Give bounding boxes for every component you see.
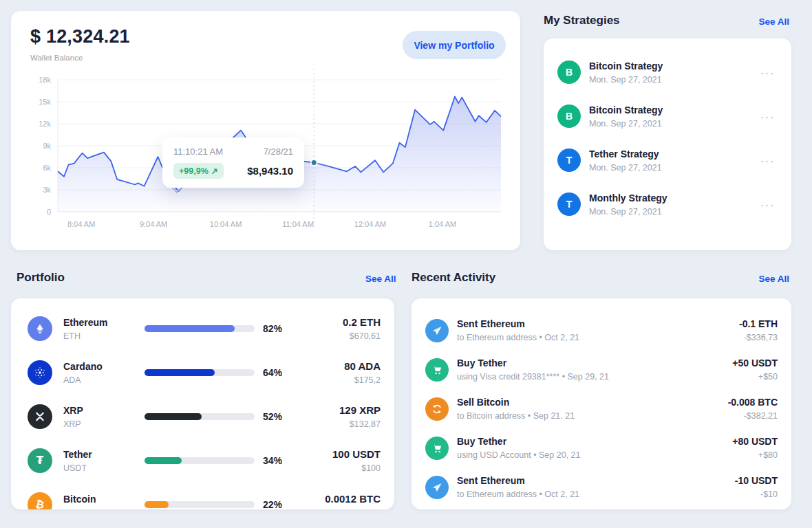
asset-name: Ethereum: [63, 317, 125, 328]
view-portfolio-button[interactable]: View my Portfolio: [403, 31, 506, 59]
y-tick-label: 18k: [39, 76, 51, 84]
activity-item-subtitle: to Ethereum address • Oct 2, 21: [457, 333, 579, 342]
y-tick-label: 9k: [43, 142, 51, 150]
strategies-card: B Bitcoin Strategy Mon. Sep 27, 2021 ···…: [544, 38, 791, 250]
progress-track: [145, 413, 255, 420]
y-tick-label: 3k: [43, 186, 51, 194]
activity-usd: +$80: [732, 450, 778, 460]
activity-row[interactable]: Sell Bitcoin to Bitcoin address • Sep 21…: [412, 389, 791, 428]
strategy-row[interactable]: B Bitcoin Strategy Mon. Sep 27, 2021 ···: [544, 94, 791, 138]
y-tick-label: 6k: [43, 164, 51, 172]
asset-usd-value: [325, 508, 381, 509]
asset-usd-value: $100: [332, 463, 381, 473]
strategy-name: Bitcoin Strategy: [589, 60, 760, 72]
asset-percent: 34%: [263, 455, 282, 466]
tether-icon: ₮: [28, 448, 52, 473]
progress-fill: [145, 325, 235, 332]
strategy-date: Mon. Sep 27, 2021: [589, 163, 760, 173]
send-icon: [425, 319, 449, 342]
change-badge: +99,9% ↗: [173, 163, 224, 179]
marker-dot: [311, 160, 317, 166]
portfolio-row[interactable]: Cardano ADA 64% 80 ADA $175,2: [11, 351, 394, 395]
asset-percent: 64%: [263, 367, 282, 378]
strategy-row[interactable]: B Bitcoin Strategy Mon. Sep 27, 2021 ···: [544, 50, 791, 94]
activity-card: Sent Ethereum to Ethereum address • Oct …: [412, 298, 791, 509]
progress-track: [145, 325, 255, 332]
x-tick-label: 11:04 AM: [282, 220, 314, 228]
activity-item-title: Buy Tether: [457, 436, 581, 447]
portfolio-title: Portfolio: [17, 271, 65, 285]
asset-usd-value: $132,87: [339, 419, 381, 429]
activity-item-subtitle: using USD Account • Sep 20, 21: [457, 450, 581, 460]
strategy-name: Bitcoin Strategy: [589, 104, 760, 116]
portfolio-card: Ethereum ETH 82% 0.2 ETH $670,61: [11, 298, 394, 509]
strategy-name: Monthly Strategy: [589, 192, 760, 204]
change-value: +99,9%: [179, 166, 209, 176]
asset-ticker: XRP: [63, 419, 125, 429]
activity-item-title: Sent Ethereum: [457, 318, 579, 329]
x-tick-label: 1:04 AM: [429, 220, 456, 228]
activity-row[interactable]: Buy Tether using Visa credit 29381**** •…: [412, 350, 791, 389]
asset-name: Bitcoin: [63, 494, 125, 505]
wallet-balance-card: $ 12,324.21 Wallet Balance View my Portf…: [11, 11, 520, 250]
more-options-icon[interactable]: ···: [760, 109, 775, 124]
activity-title: Recent Activity: [412, 271, 495, 285]
cardano-icon: [28, 360, 52, 385]
strategy-date: Mon. Sep 27, 2021: [589, 75, 760, 85]
activity-item-title: Sent Ethereum: [457, 475, 579, 486]
more-options-icon[interactable]: ···: [760, 197, 775, 212]
monthly-strategy-avatar: T: [557, 192, 581, 216]
y-tick-label: 12k: [39, 120, 51, 128]
activity-row[interactable]: Buy Tether using USD Account • Sep 20, 2…: [412, 428, 791, 468]
bitcoin-icon: ₿: [28, 492, 52, 509]
activity-see-all-link[interactable]: See All: [758, 274, 789, 284]
strategies-see-all-link[interactable]: See All: [758, 16, 789, 27]
activity-amount: -0.008 BTC: [728, 397, 778, 408]
progress-track: [145, 501, 255, 508]
progress-fill: [145, 501, 169, 508]
cart-icon: [425, 437, 449, 460]
portfolio-row[interactable]: XRP XRP 52% 129 XRP $132,87: [11, 395, 394, 439]
progress-track: [145, 457, 255, 464]
wallet-balance-label: Wallet Balance: [30, 54, 83, 62]
x-tick-label: 10:04 AM: [210, 220, 242, 228]
asset-name: Tether: [63, 449, 125, 460]
portfolio-row[interactable]: ₮ Tether USDT 34% 100 USDT $100: [11, 439, 394, 483]
tooltip-value: $8,943.10: [247, 165, 293, 177]
send-icon: [425, 476, 449, 499]
more-options-icon[interactable]: ···: [760, 65, 775, 80]
portfolio-see-all-link[interactable]: See All: [365, 274, 396, 284]
asset-percent: 22%: [263, 499, 282, 509]
asset-name: XRP: [63, 405, 125, 416]
strategy-name: Tether Strategy: [589, 148, 760, 160]
asset-ticker: [63, 508, 125, 510]
activity-usd: -$336,73: [739, 333, 778, 342]
asset-amount: 100 USDT: [332, 448, 381, 460]
activity-amount: -10 USDT: [735, 475, 778, 486]
strategy-row[interactable]: T Tether Strategy Mon. Sep 27, 2021 ···: [544, 138, 791, 182]
asset-amount: 0.0012 BTC: [325, 493, 381, 505]
activity-row[interactable]: Sent Ethereum to Ethereum address • Oct …: [412, 311, 791, 350]
strategy-row[interactable]: T Monthly Strategy Mon. Sep 27, 2021 ···: [544, 182, 791, 226]
bitcoin-strategy-avatar: B: [557, 104, 581, 128]
portfolio-row[interactable]: ₿ Bitcoin 22% 0.0012 BTC: [11, 483, 394, 509]
asset-usd-value: $175,2: [344, 375, 381, 385]
bitcoin-strategy-avatar: B: [557, 60, 581, 84]
xrp-icon: [28, 404, 52, 429]
more-options-icon[interactable]: ···: [760, 153, 775, 168]
asset-ticker: ETH: [63, 331, 125, 341]
ethereum-icon: [28, 316, 52, 341]
activity-amount: +80 USDT: [732, 436, 778, 447]
activity-item-title: Buy Tether: [457, 358, 609, 368]
wallet-balance: $ 12,324.21: [30, 26, 130, 47]
portfolio-row[interactable]: Ethereum ETH 82% 0.2 ETH $670,61: [11, 307, 394, 351]
x-tick-label: 12:04 AM: [354, 220, 386, 228]
asset-ticker: ADA: [63, 375, 125, 385]
activity-row[interactable]: Sent Ethereum to Ethereum address • Oct …: [412, 468, 791, 507]
activity-item-subtitle: to Ethereum address • Oct 2, 21: [457, 490, 579, 499]
asset-ticker: USDT: [63, 463, 125, 473]
arrow-up-right-icon: ↗: [211, 166, 217, 176]
x-tick-label: 9:04 AM: [140, 220, 167, 228]
activity-usd: -$382,21: [728, 411, 778, 421]
asset-amount: 129 XRP: [339, 404, 381, 416]
